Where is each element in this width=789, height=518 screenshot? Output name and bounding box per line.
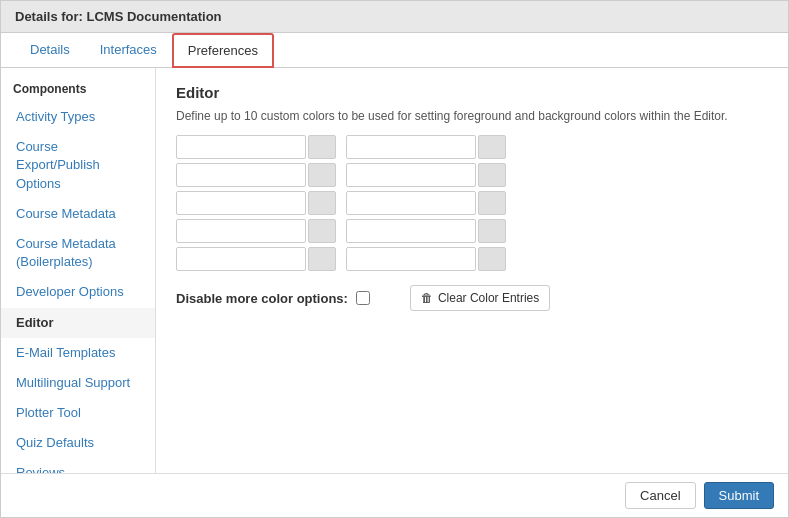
sidebar-item-multilingual-support[interactable]: Multilingual Support <box>1 368 155 398</box>
sidebar-heading: Components <box>1 78 155 102</box>
color-row-2 <box>176 163 768 187</box>
color-input-1b[interactable] <box>346 135 476 159</box>
section-desc: Define up to 10 custom colors to be used… <box>176 109 768 123</box>
disable-check-wrap: Disable more color options: <box>176 291 370 306</box>
sidebar-item-plotter-tool[interactable]: Plotter Tool <box>1 398 155 428</box>
color-swatch-3a[interactable] <box>308 191 336 215</box>
title-bar: Details for: LCMS Documentation <box>1 1 788 33</box>
color-input-1a[interactable] <box>176 135 306 159</box>
section-title: Editor <box>176 84 768 101</box>
color-row-4 <box>176 219 768 243</box>
disable-row: Disable more color options: 🗑 Clear Colo… <box>176 285 768 311</box>
footer: Cancel Submit <box>1 473 788 517</box>
color-input-4b[interactable] <box>346 219 476 243</box>
color-rows <box>176 135 768 271</box>
color-input-2a[interactable] <box>176 163 306 187</box>
color-swatch-5a[interactable] <box>308 247 336 271</box>
color-input-4a[interactable] <box>176 219 306 243</box>
color-cell-1b <box>346 135 506 159</box>
sidebar-item-reviews[interactable]: Reviews <box>1 458 155 473</box>
color-swatch-4a[interactable] <box>308 219 336 243</box>
color-cell-2a <box>176 163 336 187</box>
sidebar-item-editor[interactable]: Editor <box>1 308 155 338</box>
sidebar-item-activity-types[interactable]: Activity Types <box>1 102 155 132</box>
clear-color-entries-button[interactable]: 🗑 Clear Color Entries <box>410 285 550 311</box>
sidebar-item-course-metadata-boilerplates[interactable]: Course Metadata (Boilerplates) <box>1 229 155 277</box>
submit-button[interactable]: Submit <box>704 482 774 509</box>
sidebar-item-developer-options[interactable]: Developer Options <box>1 277 155 307</box>
sidebar-item-course-metadata[interactable]: Course Metadata <box>1 199 155 229</box>
disable-label: Disable more color options: <box>176 291 348 306</box>
color-input-2b[interactable] <box>346 163 476 187</box>
trash-icon: 🗑 <box>421 291 433 305</box>
sidebar-item-email-templates[interactable]: E-Mail Templates <box>1 338 155 368</box>
color-cell-3b <box>346 191 506 215</box>
color-input-3b[interactable] <box>346 191 476 215</box>
sidebar-item-course-export[interactable]: Course Export/Publish Options <box>1 132 155 199</box>
main-window: Details for: LCMS Documentation Details … <box>0 0 789 518</box>
color-input-5a[interactable] <box>176 247 306 271</box>
color-cell-4b <box>346 219 506 243</box>
clear-btn-label: Clear Color Entries <box>438 291 539 305</box>
color-row-1 <box>176 135 768 159</box>
sidebar: Components Activity Types Course Export/… <box>1 68 156 473</box>
color-input-5b[interactable] <box>346 247 476 271</box>
sidebar-item-quiz-defaults[interactable]: Quiz Defaults <box>1 428 155 458</box>
color-swatch-5b[interactable] <box>478 247 506 271</box>
color-cell-1a <box>176 135 336 159</box>
color-swatch-2b[interactable] <box>478 163 506 187</box>
color-input-3a[interactable] <box>176 191 306 215</box>
tab-interfaces[interactable]: Interfaces <box>85 33 172 68</box>
color-cell-2b <box>346 163 506 187</box>
color-cell-4a <box>176 219 336 243</box>
cancel-button[interactable]: Cancel <box>625 482 695 509</box>
color-swatch-2a[interactable] <box>308 163 336 187</box>
tabs-bar: Details Interfaces Preferences <box>1 33 788 68</box>
color-cell-5a <box>176 247 336 271</box>
main-content: Editor Define up to 10 custom colors to … <box>156 68 788 473</box>
color-swatch-4b[interactable] <box>478 219 506 243</box>
color-row-5 <box>176 247 768 271</box>
tab-preferences[interactable]: Preferences <box>172 33 274 68</box>
tab-details[interactable]: Details <box>15 33 85 68</box>
color-swatch-1a[interactable] <box>308 135 336 159</box>
color-row-3 <box>176 191 768 215</box>
content-area: Components Activity Types Course Export/… <box>1 68 788 473</box>
disable-checkbox[interactable] <box>356 291 370 305</box>
color-swatch-1b[interactable] <box>478 135 506 159</box>
color-cell-5b <box>346 247 506 271</box>
window-title: Details for: LCMS Documentation <box>15 9 222 24</box>
color-cell-3a <box>176 191 336 215</box>
color-swatch-3b[interactable] <box>478 191 506 215</box>
